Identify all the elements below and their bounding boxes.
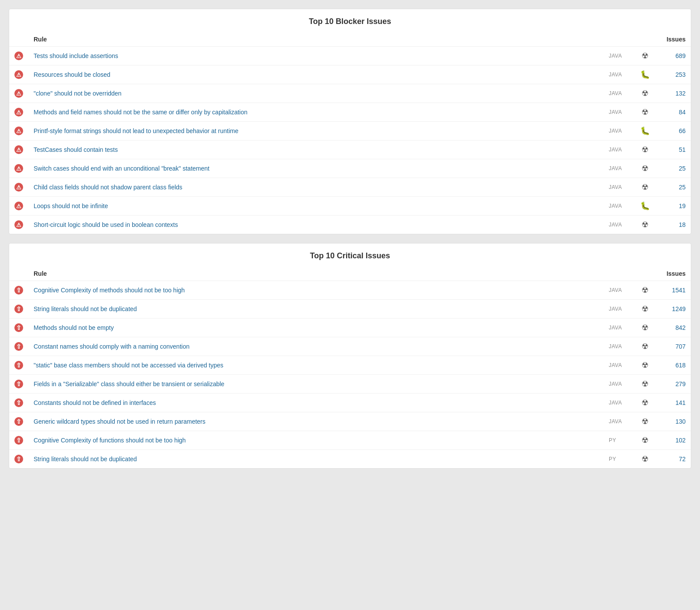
rule-cell: "clone" should not be overridden <box>28 84 604 103</box>
rule-link[interactable]: Cognitive Complexity of methods should n… <box>34 287 185 294</box>
issues-count[interactable]: 132 <box>656 84 691 103</box>
table-row: ⚠Switch cases should end with an uncondi… <box>9 159 691 178</box>
blocker-severity-icon: ⚠ <box>14 202 23 210</box>
rule-link[interactable]: Methods and field names should not be th… <box>34 109 247 116</box>
issues-count[interactable]: 84 <box>656 103 691 122</box>
type-icon-cell: 🐛 <box>634 197 656 216</box>
blocker-severity-icon: ⚠ <box>14 127 23 135</box>
rule-link[interactable]: Generic wildcard types should not be use… <box>34 418 206 425</box>
rule-cell: Printf-style format strings should not l… <box>28 122 604 141</box>
critical-header-icon-col <box>9 267 28 281</box>
table-row: ⇧Cognitive Complexity of methods should … <box>9 281 691 300</box>
rule-cell: Methods and field names should not be th… <box>28 103 604 122</box>
lang-cell: JAVA <box>604 356 634 375</box>
table-row: ⇧Generic wildcard types should not be us… <box>9 412 691 431</box>
type-icon-cell: ☢ <box>634 216 656 234</box>
severity-icon-cell: ⇧ <box>9 337 28 356</box>
issues-count[interactable]: 689 <box>656 47 691 65</box>
critical-header-row: Rule Issues <box>9 267 691 281</box>
critical-title: Top 10 Critical Issues <box>9 243 691 267</box>
issues-count[interactable]: 18 <box>656 216 691 234</box>
type-icon-cell: ☢ <box>634 412 656 431</box>
lang-cell: PY <box>604 450 634 469</box>
lang-cell: JAVA <box>604 216 634 234</box>
critical-severity-icon: ⇧ <box>14 417 23 426</box>
rule-link[interactable]: Tests should include assertions <box>34 52 118 59</box>
type-icon-cell: ☢ <box>634 356 656 375</box>
bug-icon: 🐛 <box>640 70 650 79</box>
lang-cell: JAVA <box>604 84 634 103</box>
issues-count[interactable]: 1541 <box>656 281 691 300</box>
issues-count[interactable]: 707 <box>656 337 691 356</box>
issues-count[interactable]: 66 <box>656 122 691 141</box>
rule-link[interactable]: "static" base class members should not b… <box>34 362 223 369</box>
lang-cell: JAVA <box>604 281 634 300</box>
blocker-header-issues: Issues <box>656 32 691 47</box>
issues-count[interactable]: 19 <box>656 197 691 216</box>
lang-cell: JAVA <box>604 103 634 122</box>
issues-count[interactable]: 102 <box>656 431 691 450</box>
issues-count[interactable]: 25 <box>656 159 691 178</box>
rule-link[interactable]: Fields in a "Serializable" class should … <box>34 380 224 387</box>
severity-icon-cell: ⇧ <box>9 394 28 412</box>
severity-icon-cell: ⇧ <box>9 375 28 394</box>
blocker-severity-icon: ⚠ <box>14 220 23 229</box>
severity-icon-cell: ⚠ <box>9 103 28 122</box>
table-row: ⇧Constant names should comply with a nam… <box>9 337 691 356</box>
rule-link[interactable]: Resources should be closed <box>34 71 110 78</box>
severity-icon-cell: ⚠ <box>9 197 28 216</box>
blocker-severity-icon: ⚠ <box>14 70 23 79</box>
blocker-header-type <box>634 32 656 47</box>
rule-link[interactable]: Short-circuit logic should be used in bo… <box>34 221 178 228</box>
type-icon-cell: ☢ <box>634 319 656 337</box>
rule-cell: Switch cases should end with an uncondit… <box>28 159 604 178</box>
lang-cell: JAVA <box>604 47 634 65</box>
rule-cell: "static" base class members should not b… <box>28 356 604 375</box>
issues-count[interactable]: 618 <box>656 356 691 375</box>
issues-count[interactable]: 25 <box>656 178 691 197</box>
rule-link[interactable]: String literals should not be duplicated <box>34 456 137 463</box>
lang-cell: JAVA <box>604 197 634 216</box>
rule-link[interactable]: Switch cases should end with an uncondit… <box>34 165 209 172</box>
table-row: ⇧"static" base class members should not … <box>9 356 691 375</box>
critical-header-issues: Issues <box>656 267 691 281</box>
severity-icon-cell: ⇧ <box>9 450 28 469</box>
issues-count[interactable]: 72 <box>656 450 691 469</box>
rule-cell: String literals should not be duplicated <box>28 450 604 469</box>
rule-link[interactable]: TestCases should contain tests <box>34 146 118 153</box>
type-icon-cell: ☢ <box>634 178 656 197</box>
issues-count[interactable]: 141 <box>656 394 691 412</box>
issues-count[interactable]: 842 <box>656 319 691 337</box>
rule-link[interactable]: "clone" should not be overridden <box>34 90 121 97</box>
issues-count[interactable]: 253 <box>656 65 691 84</box>
table-row: ⇧Fields in a "Serializable" class should… <box>9 375 691 394</box>
table-row: ⚠Short-circuit logic should be used in b… <box>9 216 691 234</box>
rule-cell: TestCases should contain tests <box>28 141 604 159</box>
rule-link[interactable]: String literals should not be duplicated <box>34 305 137 312</box>
vuln-icon: ☢ <box>642 436 649 445</box>
issues-count[interactable]: 130 <box>656 412 691 431</box>
rule-link[interactable]: Cognitive Complexity of functions should… <box>34 437 186 444</box>
table-row: ⚠Printf-style format strings should not … <box>9 122 691 141</box>
type-icon-cell: ☢ <box>634 431 656 450</box>
rule-link[interactable]: Methods should not be empty <box>34 324 114 331</box>
rule-link[interactable]: Printf-style format strings should not l… <box>34 127 238 134</box>
vuln-icon: ☢ <box>642 323 649 332</box>
rule-link[interactable]: Child class fields should not shadow par… <box>34 184 182 191</box>
issues-count[interactable]: 1249 <box>656 300 691 319</box>
type-icon-cell: ☢ <box>634 159 656 178</box>
severity-icon-cell: ⚠ <box>9 65 28 84</box>
type-icon-cell: ☢ <box>634 103 656 122</box>
type-icon-cell: ☢ <box>634 337 656 356</box>
severity-icon-cell: ⚠ <box>9 178 28 197</box>
rule-link[interactable]: Loops should not be infinite <box>34 202 108 209</box>
rule-cell: Tests should include assertions <box>28 47 604 65</box>
rule-link[interactable]: Constant names should comply with a nami… <box>34 343 189 350</box>
rule-cell: Child class fields should not shadow par… <box>28 178 604 197</box>
type-icon-cell: ☢ <box>634 281 656 300</box>
type-icon-cell: 🐛 <box>634 122 656 141</box>
blocker-severity-icon: ⚠ <box>14 89 23 98</box>
rule-link[interactable]: Constants should not be defined in inter… <box>34 399 156 406</box>
issues-count[interactable]: 279 <box>656 375 691 394</box>
issues-count[interactable]: 51 <box>656 141 691 159</box>
